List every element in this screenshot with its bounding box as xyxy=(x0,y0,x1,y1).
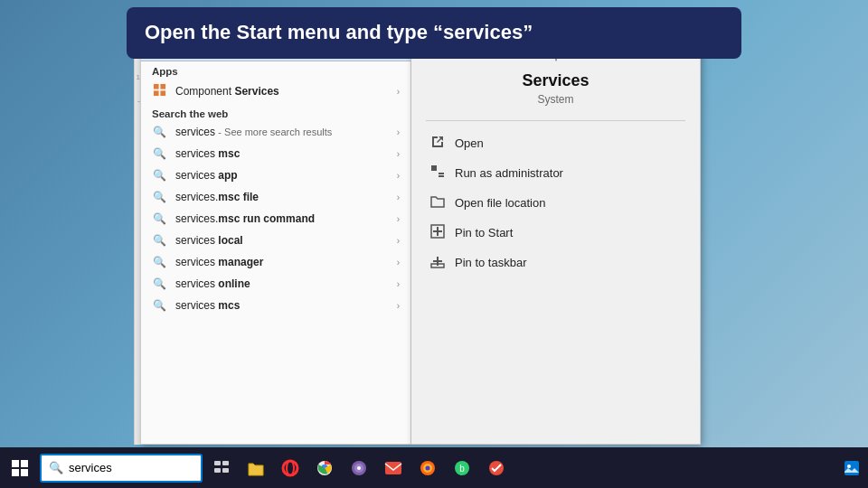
taskbar-search-icon: 🔍 xyxy=(49,461,63,474)
svg-point-14 xyxy=(283,461,297,475)
svg-point-24 xyxy=(426,465,430,470)
firefox-icon[interactable] xyxy=(412,453,443,483)
svg-rect-4 xyxy=(160,90,165,96)
apps-section-label: Apps xyxy=(141,61,410,79)
web-search-icon-4: 🔍 xyxy=(152,191,166,203)
taskview-icon[interactable] xyxy=(206,453,237,483)
component-services-icon xyxy=(152,83,166,99)
web-search-icon-3: 🔍 xyxy=(152,169,166,182)
start-menu: Services System › Apps Component Service… xyxy=(140,20,728,445)
web-chevron-5: › xyxy=(397,214,400,224)
action-open[interactable]: Open xyxy=(426,128,685,158)
action-pin-start[interactable]: Pin to Start xyxy=(426,218,685,248)
web-search-mcs[interactable]: 🔍 services mcs › xyxy=(141,295,410,316)
svg-rect-3 xyxy=(153,90,158,96)
web-search-label-8: services online xyxy=(175,277,388,290)
web-chevron-3: › xyxy=(397,171,400,181)
svg-rect-2 xyxy=(160,84,165,89)
action-open-label: Open xyxy=(455,136,484,150)
web-search-mscrun[interactable]: 🔍 services.msc run command › xyxy=(141,208,410,230)
start-button[interactable] xyxy=(4,452,36,484)
web-search-label-3: services app xyxy=(175,169,388,182)
tray-area xyxy=(839,455,864,481)
pin-taskbar-icon xyxy=(429,254,446,271)
web-search-icon-6: 🔍 xyxy=(152,234,166,247)
web-search-manager[interactable]: 🔍 services manager › xyxy=(141,251,410,273)
web-search-label-9: services mcs xyxy=(175,299,388,312)
web-search-icon-9: 🔍 xyxy=(152,299,166,312)
web-search-icon-2: 🔍 xyxy=(152,147,166,160)
file-explorer-icon[interactable] xyxy=(241,453,271,483)
svg-rect-7 xyxy=(431,165,437,171)
web-search-label-5: services.msc run command xyxy=(175,212,388,225)
detail-app-category: System xyxy=(426,93,685,106)
action-location-label: Open file location xyxy=(455,196,545,210)
web-search-label-4: services.msc file xyxy=(175,191,388,203)
opera-icon[interactable] xyxy=(275,453,306,483)
banner-text: Open the Start menu and type “services” xyxy=(145,20,723,46)
app-icon-3[interactable] xyxy=(481,453,512,483)
taskbar: 🔍 xyxy=(0,447,868,488)
web-chevron-1: › xyxy=(397,127,400,137)
open-icon xyxy=(429,135,446,152)
web-chevron-7: › xyxy=(397,258,400,267)
web-search-icon-1: 🔍 xyxy=(152,126,166,138)
web-chevron-2: › xyxy=(397,149,400,159)
web-search-label-7: services manager xyxy=(175,256,388,268)
action-run-admin[interactable]: Run as administrator xyxy=(426,158,685,188)
action-open-location[interactable]: Open file location xyxy=(426,188,685,218)
web-section-label: Search the web xyxy=(141,104,410,121)
action-admin-label: Run as administrator xyxy=(455,166,563,180)
svg-point-29 xyxy=(847,465,851,468)
web-search-icon-7: 🔍 xyxy=(152,256,166,268)
action-pin-taskbar[interactable]: Pin to taskbar xyxy=(426,248,685,277)
svg-point-20 xyxy=(357,466,361,470)
instruction-banner: Open the Start menu and type “services” xyxy=(127,7,741,59)
svg-rect-12 xyxy=(214,468,221,473)
svg-rect-11 xyxy=(222,461,229,465)
app-icon-2[interactable]: b xyxy=(447,453,477,483)
svg-rect-1 xyxy=(153,84,158,89)
detail-panel: Services System Open Run as administrato… xyxy=(411,20,701,445)
web-search-msc[interactable]: 🔍 services msc › xyxy=(141,143,410,164)
web-search-local[interactable]: 🔍 services local › xyxy=(141,230,410,251)
svg-rect-13 xyxy=(222,468,229,473)
detail-app-name: Services xyxy=(426,71,685,90)
svg-point-15 xyxy=(287,461,294,475)
web-search-app[interactable]: 🔍 services app › xyxy=(141,164,410,186)
action-list: Open Run as administrator Open file loca… xyxy=(426,120,685,277)
web-chevron-6: › xyxy=(397,236,400,246)
svg-text:b: b xyxy=(459,464,465,474)
chrome-icon[interactable] xyxy=(309,453,340,483)
folder-icon xyxy=(429,194,446,211)
web-chevron-4: › xyxy=(397,192,400,202)
web-chevron-8: › xyxy=(397,279,400,289)
svg-rect-28 xyxy=(844,461,859,475)
web-search-label-1: services - See more search results xyxy=(175,126,388,138)
web-chevron-9: › xyxy=(397,301,400,311)
web-search-mscfile[interactable]: 🔍 services.msc file › xyxy=(141,186,410,208)
web-search-icon-8: 🔍 xyxy=(152,277,166,290)
mail-icon[interactable] xyxy=(378,453,409,483)
action-pin-start-label: Pin to Start xyxy=(455,226,513,239)
web-search-label-6: services local xyxy=(175,234,388,247)
action-pin-taskbar-label: Pin to taskbar xyxy=(455,256,527,269)
component-services-chevron: › xyxy=(397,87,400,97)
web-search-icon-5: 🔍 xyxy=(152,212,166,225)
web-search-online[interactable]: 🔍 services online › xyxy=(141,273,410,295)
component-services-item[interactable]: Component Services › xyxy=(141,79,410,104)
desktop: Open the Start menu and type “services” … xyxy=(0,0,868,488)
browser-icon[interactable] xyxy=(344,453,374,483)
admin-icon xyxy=(429,164,446,182)
web-search-services[interactable]: 🔍 services - See more search results › xyxy=(141,121,410,143)
pin-start-icon xyxy=(429,224,446,241)
search-panel: Services System › Apps Component Service… xyxy=(140,20,411,445)
taskbar-search-input[interactable] xyxy=(69,461,186,474)
component-services-label: Component Services xyxy=(175,85,388,98)
svg-rect-10 xyxy=(214,461,221,465)
svg-rect-21 xyxy=(385,462,401,474)
web-search-label-2: services msc xyxy=(175,147,388,160)
photos-tray-icon[interactable] xyxy=(839,455,864,481)
taskbar-search-box[interactable]: 🔍 xyxy=(40,454,203,483)
windows-logo-icon xyxy=(12,460,28,476)
